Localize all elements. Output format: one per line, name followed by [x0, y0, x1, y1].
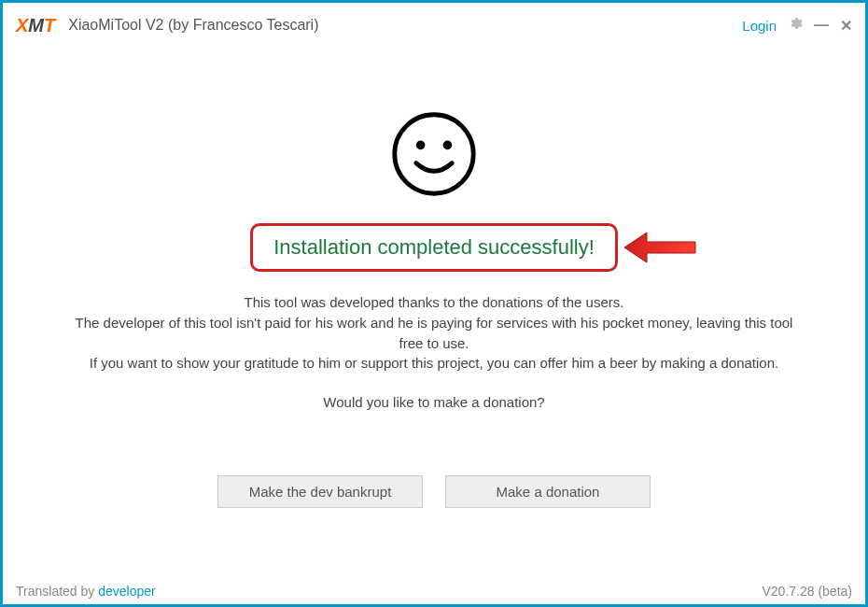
desc-line: The developer of this tool isn't paid fo… — [70, 313, 798, 354]
success-highlight-box: Installation completed successfully! — [250, 223, 618, 272]
svg-point-1 — [416, 141, 426, 150]
smiley-icon — [389, 109, 479, 199]
description-text: This tool was developed thanks to the do… — [51, 292, 817, 374]
minimize-icon[interactable]: — — [814, 17, 829, 34]
logo-t: T — [44, 15, 55, 35]
translated-by: Translated by developer — [16, 584, 156, 599]
success-message: Installation completed successfully! — [273, 235, 595, 259]
login-link[interactable]: Login — [742, 18, 777, 34]
translated-by-label: Translated by — [16, 584, 98, 599]
logo-m: M — [28, 15, 44, 35]
logo-x: X — [16, 15, 28, 35]
app-logo: XMT — [16, 15, 55, 36]
svg-point-0 — [395, 115, 473, 193]
developer-link[interactable]: developer — [98, 584, 156, 599]
app-title: XiaoMiTool V2 (by Francesco Tescari) — [68, 17, 318, 34]
arrow-annotation-icon — [623, 231, 697, 264]
titlebar: XMT XiaoMiTool V2 (by Francesco Tescari)… — [3, 3, 865, 44]
button-row: Make the dev bankrupt Make a donation — [217, 475, 651, 508]
gear-icon[interactable] — [788, 16, 803, 35]
version-label: V20.7.28 (beta) — [762, 584, 852, 599]
footer: Translated by developer V20.7.28 (beta) — [3, 580, 865, 604]
close-icon[interactable]: ✕ — [840, 17, 852, 35]
desc-line: This tool was developed thanks to the do… — [70, 292, 798, 313]
svg-point-2 — [443, 141, 453, 150]
app-window: XMT XiaoMiTool V2 (by Francesco Tescari)… — [0, 0, 868, 607]
donate-button[interactable]: Make a donation — [445, 475, 651, 508]
titlebar-controls: Login — ✕ — [742, 16, 852, 35]
desc-line: If you want to show your gratitude to hi… — [70, 353, 798, 374]
donation-question: Would you like to make a donation? — [323, 394, 544, 410]
main-content: Installation completed successfully! Thi… — [3, 44, 865, 580]
bankrupt-button[interactable]: Make the dev bankrupt — [217, 475, 423, 508]
